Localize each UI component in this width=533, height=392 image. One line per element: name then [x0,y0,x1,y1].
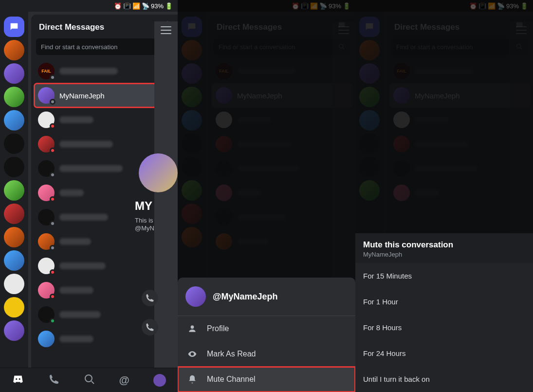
dm-item-label [59,189,84,196]
sheet-mute-channel[interactable]: Mute Channel [178,367,355,392]
bottom-nav: @ [0,368,178,392]
nav-friends-icon[interactable] [48,373,60,387]
call-button[interactable] [142,319,158,336]
dm-item-label [59,238,91,245]
mute-sheet-title: Mute this conversation [363,240,525,250]
dm-item-label [59,165,123,172]
phone-icon [145,322,155,332]
avatar [139,153,178,192]
battery-percent: 93% [151,2,164,10]
phone-icon [145,293,155,303]
mute-option-label: For 1 Hour [363,298,398,306]
chat-peek-content: MY This is @MyN [154,158,178,295]
nav-mentions-icon[interactable]: @ [119,374,129,387]
call-button[interactable] [142,290,158,306]
mute-option-label: Until I turn it back on [363,375,430,383]
dm-item[interactable] [34,229,175,254]
svg-point-1 [85,375,92,382]
screen-mute-options: ⏰ 📳 📶 📡 93% 🔋 Direct Messages Find or st… [355,0,533,392]
mute-option-forever[interactable]: Until I turn it back on [355,366,533,392]
mute-option-24hours[interactable]: For 24 Hours [355,340,533,366]
sheet-row-label: Mark As Read [207,350,256,358]
battery-icon: 🔋 [165,2,173,10]
sheet-user-handle: @MyNameJeph [213,292,278,302]
mute-option-15min[interactable]: For 15 Minutes [355,263,533,289]
server-avatar[interactable] [4,250,24,271]
mute-option-8hours[interactable]: For 8 Hours [355,315,533,340]
wifi-icon: 📶 [132,2,140,10]
svg-point-3 [191,325,194,329]
dm-item-label: MyNameJeph [59,92,105,100]
mute-option-label: For 24 Hours [363,349,406,357]
screen-dm-list: ⏰ 📳 📶 📡 93% 🔋 [0,0,178,392]
eye-icon [187,349,197,359]
sheet-row-label: Mute Channel [207,375,256,384]
signal-icon: 📡 [142,2,149,10]
dm-item-mynamejeph[interactable]: MyNameJeph [34,83,175,108]
dm-header-title: Direct Messages [39,22,104,32]
chat-bubble-icon [9,21,19,32]
sheet-row-label: Profile [207,324,229,333]
dm-item-label [59,116,93,123]
avatar [185,286,206,307]
dm-item-label [59,68,118,75]
server-avatar[interactable] [4,133,24,154]
mute-sheet-subtitle: MyNameJeph [363,251,525,258]
nav-discord-icon[interactable] [12,373,24,388]
chat-heading: MY [135,199,152,213]
status-bar: ⏰ 📳 📶 📡 93% 🔋 [0,0,178,12]
alarm-icon: ⏰ [114,2,122,10]
chat-intro: This is [135,217,153,224]
sheet-mark-read[interactable]: Mark As Read [178,341,355,367]
server-avatar[interactable] [4,297,24,317]
mute-option-label: For 15 Minutes [363,272,412,280]
user-action-sheet: @MyNameJeph Profile Mark As Read Mute Ch… [178,278,355,392]
dm-item[interactable] [34,108,175,132]
sheet-profile[interactable]: Profile [178,316,355,341]
dm-list: FAIL MyNameJeph [34,59,175,351]
server-avatar[interactable] [4,63,24,84]
screen-context-menu: ⏰ 📳 📶 📡 93% 🔋 Direct Messages [178,0,355,392]
mute-option-label: For 8 Hours [363,323,402,332]
dm-item[interactable] [34,132,175,156]
server-avatar[interactable] [4,204,24,224]
hamburger-icon[interactable] [161,26,171,34]
dm-item-label [59,214,108,221]
server-avatar[interactable] [4,87,24,107]
mute-option-1hour[interactable]: For 1 Hour [355,289,533,315]
server-avatar[interactable] [4,227,24,247]
dm-item-label [59,336,93,342]
vibrate-icon: 📳 [123,2,131,10]
server-avatar[interactable] [4,40,24,60]
dm-item[interactable]: FAIL [34,59,175,83]
dm-item-label [59,262,106,269]
dm-item[interactable] [34,254,175,278]
mute-duration-sheet: Mute this conversation MyNameJeph For 15… [355,233,533,392]
server-avatar[interactable] [4,110,24,131]
server-avatar[interactable] [4,274,24,294]
server-avatar[interactable] [4,320,24,341]
dm-item-label [59,311,101,318]
user-icon [187,324,197,334]
search-input[interactable]: Find or start a conversation [36,38,173,55]
server-avatar[interactable] [4,157,24,177]
dm-home-button[interactable] [4,17,24,37]
server-avatar[interactable] [4,180,24,201]
nav-profile-avatar[interactable] [153,374,166,387]
search-placeholder: Find or start a conversation [41,43,118,51]
dm-item-label [59,141,113,148]
bell-icon [187,374,197,384]
server-rail[interactable] [0,12,28,392]
nav-search-icon[interactable] [84,373,95,387]
chat-handle: @MyN [135,224,154,232]
dm-item-label [59,287,93,294]
